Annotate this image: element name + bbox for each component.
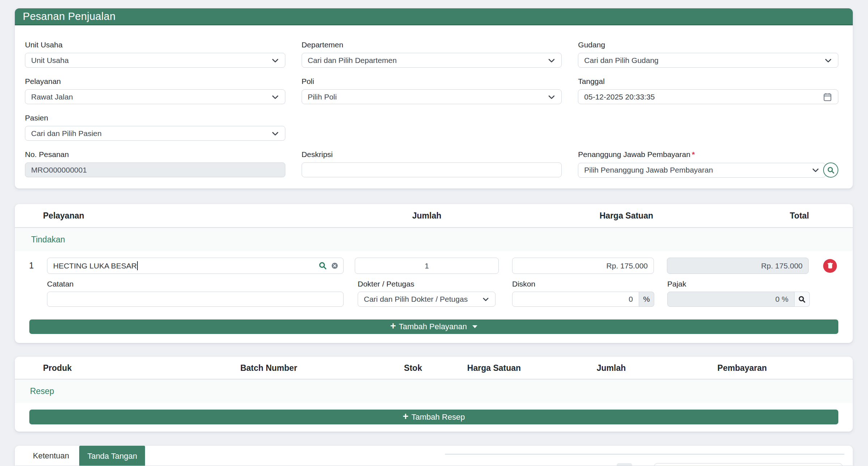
pelayanan-select[interactable]: Rawat Jalan [25, 89, 285, 104]
services-table-header: Pelayanan Jumlah Harga Satuan Total [15, 204, 853, 228]
text-cursor [137, 261, 138, 270]
field-penanggung-jawab: Penanggung Jawab Pembayaran* Pilih Penan… [578, 150, 838, 178]
no-pesanan-input [25, 162, 285, 177]
signature-clear-button[interactable] [617, 463, 632, 466]
deskripsi-label: Deskripsi [302, 150, 562, 159]
tindakan-link[interactable]: Tindakan [31, 235, 65, 245]
chevron-down-icon [271, 93, 279, 101]
total-input [667, 258, 809, 274]
col-harga-satuan: Harga Satuan [600, 211, 653, 221]
calendar-icon [823, 92, 832, 102]
signature-name-input[interactable] [654, 463, 843, 466]
products-card: Produk Batch Number Stok Harga Satuan Ju… [15, 357, 853, 432]
tab-ketentuan[interactable]: Ketentuan [32, 446, 70, 466]
plus-icon: + [390, 321, 396, 331]
footer-card: Ketentuan Tanda Tangan [15, 446, 853, 466]
field-no-pesanan: No. Pesanan [25, 150, 285, 178]
gudang-select[interactable]: Cari dan Pilih Gudang [578, 53, 838, 68]
departemen-select[interactable]: Cari dan Pilih Departemen [302, 53, 562, 68]
card-header: Pesanan Penjualan [15, 8, 853, 25]
chevron-down-icon [812, 166, 820, 174]
deskripsi-input[interactable] [302, 162, 562, 177]
chevron-down-icon [548, 93, 556, 101]
dokter-select[interactable]: Cari dan Pilih Dokter / Petugas [358, 292, 495, 307]
chevron-down-icon [271, 130, 279, 137]
col-total: Total [790, 211, 809, 221]
field-pelayanan: Pelayanan Rawat Jalan [25, 77, 285, 104]
departemen-label: Departemen [302, 40, 562, 50]
grid-spacer [302, 113, 562, 141]
gudang-label: Gudang [578, 40, 838, 50]
field-deskripsi: Deskripsi [302, 150, 562, 178]
tab-tanda-tangan[interactable]: Tanda Tangan [79, 446, 145, 466]
service-name-text: HECTING LUKA BESAR [53, 262, 137, 270]
clear-icon[interactable] [331, 262, 338, 269]
chevron-down-icon [482, 296, 489, 303]
signature-panel-divider [445, 454, 844, 455]
catatan-input[interactable] [47, 292, 344, 307]
order-form: Unit Usaha Unit Usaha Departemen Cari da… [15, 25, 853, 188]
col-produk: Produk [43, 363, 72, 373]
service-row-details: Catatan Dokter / Petugas Cari dan Pilih … [15, 279, 853, 307]
unit-usaha-select[interactable]: Unit Usaha [25, 53, 285, 68]
tambah-resep-button[interactable]: + Tambah Resep [29, 410, 838, 424]
pasien-label: Pasien [25, 113, 285, 123]
dokter-label: Dokter / Petugas [358, 279, 495, 289]
pajak-label: Pajak [667, 279, 810, 289]
tanggal-label: Tanggal [578, 77, 838, 86]
required-asterisk: * [692, 150, 695, 158]
catatan-label: Catatan [47, 279, 344, 289]
col-batch-number: Batch Number [240, 363, 297, 373]
resep-link[interactable]: Resep [30, 386, 54, 396]
penanggung-jawab-label: Penanggung Jawab Pembayaran* [578, 150, 838, 159]
pelayanan-label: Pelayanan [25, 77, 285, 86]
poli-select[interactable]: Pilih Poli [302, 89, 562, 104]
field-catatan: Catatan [47, 279, 344, 307]
pajak-input [667, 292, 795, 307]
service-row: 1 HECTING LUKA BESAR [15, 258, 853, 274]
col-stok: Stok [404, 363, 422, 373]
sales-order-card: Pesanan Penjualan Unit Usaha Unit Usaha … [15, 8, 853, 188]
pasien-select[interactable]: Cari dan Pilih Pasien [25, 126, 285, 141]
percent-addon: % [639, 292, 654, 307]
field-dokter: Dokter / Petugas Cari dan Pilih Dokter /… [358, 279, 495, 307]
field-gudang: Gudang Cari dan Pilih Gudang [578, 40, 838, 68]
products-table-header: Produk Batch Number Stok Harga Satuan Ju… [15, 357, 853, 380]
field-pasien: Pasien Cari dan Pilih Pasien [25, 113, 285, 141]
pajak-search-button[interactable] [795, 292, 810, 307]
field-diskon: Diskon % [512, 279, 654, 307]
col-pelayanan: Pelayanan [43, 211, 84, 221]
footer-tabs: Ketentuan Tanda Tangan [15, 446, 853, 466]
field-unit-usaha: Unit Usaha Unit Usaha [25, 40, 285, 68]
delete-row-button[interactable] [823, 259, 837, 273]
service-search-input[interactable]: HECTING LUKA BESAR [47, 258, 344, 274]
diskon-input[interactable] [512, 292, 639, 307]
qty-input[interactable] [355, 258, 499, 274]
field-departemen: Departemen Cari dan Pilih Departemen [302, 40, 562, 68]
page-title: Pesanan Penjualan [23, 10, 116, 22]
chevron-down-icon [824, 56, 832, 64]
row-index: 1 [26, 261, 37, 271]
poli-label: Poli [302, 77, 562, 86]
field-tanggal: Tanggal 05-12-2025 20:33:35 [578, 77, 838, 104]
field-pajak: Pajak [667, 279, 810, 307]
chevron-down-icon [548, 56, 556, 64]
chevron-down-icon [271, 56, 279, 64]
search-icon[interactable] [319, 262, 327, 270]
col-harga-satuan: Harga Satuan [467, 363, 521, 373]
unit-price-input[interactable] [512, 258, 654, 274]
caret-down-icon [472, 325, 477, 328]
services-card: Pelayanan Jumlah Harga Satuan Total Tind… [15, 204, 853, 343]
tambah-pelayanan-button[interactable]: + Tambah Pelayanan [29, 319, 838, 334]
unit-usaha-label: Unit Usaha [25, 40, 285, 50]
services-group-row: Tindakan [15, 228, 853, 251]
diskon-label: Diskon [512, 279, 654, 289]
products-group-row: Resep [15, 380, 853, 403]
no-pesanan-label: No. Pesanan [25, 150, 285, 159]
penanggung-jawab-select[interactable]: Pilih Penanggung Jawab Pembayaran [578, 163, 826, 178]
payer-search-button[interactable] [823, 162, 838, 178]
trash-icon [827, 263, 833, 269]
tanggal-input[interactable]: 05-12-2025 20:33:35 [578, 89, 838, 104]
col-jumlah: Jumlah [597, 363, 626, 373]
search-icon [798, 296, 806, 303]
